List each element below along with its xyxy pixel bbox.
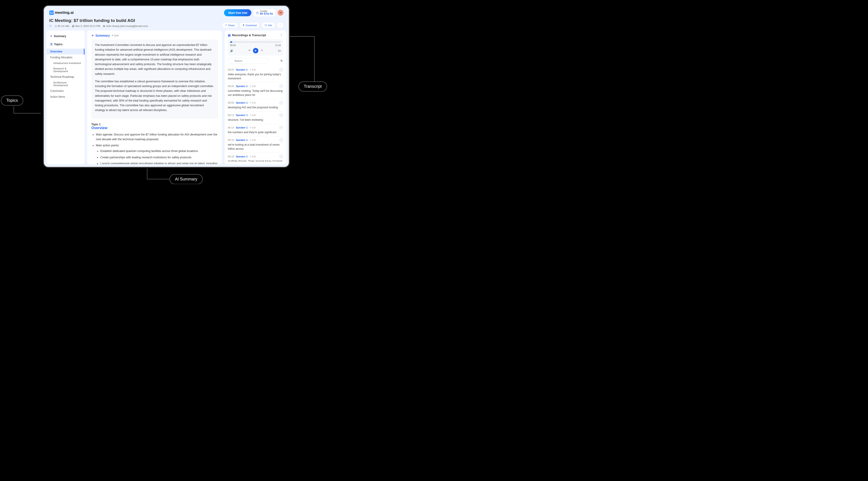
entry-play-button[interactable]	[279, 138, 283, 142]
sidebar-topics-section[interactable]: ☰ Topics	[46, 42, 85, 47]
list-item: Main agenda: Discuss and approve the $7 …	[96, 132, 218, 142]
sidebar-item[interactable]: Architecture Development	[46, 80, 85, 88]
date: ▦Nov 3, 2024 19:11 PM	[72, 24, 100, 28]
transcript-entry[interactable]: 00:01Speaker 1✎ EditHello everyone, than…	[228, 66, 283, 83]
transcript-panel: ▤ Recordings & Transcript ⋮ 00:00 12:34 …	[225, 31, 286, 164]
entry-play-button[interactable]	[279, 155, 283, 158]
entry-edit-button[interactable]: ✎ Edit	[250, 85, 256, 88]
calendar-icon: ▦	[72, 24, 74, 28]
entry-edit-button[interactable]: ✎ Edit	[250, 139, 256, 141]
entry-play-button[interactable]	[279, 68, 283, 71]
transcript-entry[interactable]: 00:12Speaker 1✎ Editstructure. I've been…	[228, 112, 283, 124]
entry-text: developing AGI and the proposed funding	[228, 106, 283, 110]
sidebar-summary-section[interactable]: ✦ Summary	[46, 34, 85, 39]
brand-name: meeting.ai	[55, 10, 74, 15]
transcript-entry[interactable]: 00:09Speaker 1✎ Editdeveloping AGI and t…	[228, 99, 283, 112]
sidebar-item[interactable]: Conclusion	[46, 88, 85, 94]
rewind-icon[interactable]: ↶	[248, 49, 251, 52]
entry-edit-button[interactable]: ✎ Edit	[250, 101, 256, 104]
topic-number: Topic 1	[91, 123, 218, 126]
entry-play-button[interactable]	[279, 84, 283, 88]
topic-title: Overview	[91, 126, 218, 130]
meeting-meta: ⚇ ◷0h 1m 44s ▦Nov 3, 2024 19:11 PM ◉John…	[49, 24, 148, 28]
participants-icon: ⚇	[49, 24, 52, 28]
entry-play-button[interactable]	[279, 113, 283, 117]
entry-time: 00:15	[228, 139, 234, 141]
transcript-more-button[interactable]: ⋮	[280, 33, 283, 37]
main-header: ✦ Summary ✎ Edit	[91, 34, 218, 37]
logo-icon	[49, 10, 54, 15]
sidebar-item[interactable]: Funding Allocation	[46, 55, 85, 60]
transcript-entry[interactable]: 00:18Speaker 1✎ Editmultiple phases. Doe…	[228, 153, 283, 161]
entry-play-button[interactable]	[279, 101, 283, 104]
list-item: Establish dedicated quantum computing fa…	[100, 149, 218, 154]
entry-text: the numbers and they're quite significan…	[228, 130, 283, 134]
summary-box: The Investment Committee convened to dis…	[91, 39, 218, 119]
download-button[interactable]: ⬇Download	[240, 22, 260, 28]
edit-summary-button[interactable]: ✎ Edit	[112, 34, 119, 37]
transcript-entry[interactable]: 00:05Speaker 1✎ Editcommittee meeting. T…	[228, 83, 283, 99]
summary-title: ✦ Summary	[91, 34, 110, 37]
sidebar-item[interactable]: Research & Development	[46, 66, 85, 74]
entry-time: 00:12	[228, 114, 234, 117]
sparkle-icon: ✦	[91, 34, 94, 37]
entry-speaker: Speaker 1	[236, 85, 248, 88]
edit-transcript-button[interactable]: ✎	[280, 59, 283, 63]
share-icon: ↗	[225, 24, 227, 27]
callout-transcript: Transcript	[298, 82, 327, 92]
player-controls: 🔊 ↶ ↷ 1x	[230, 48, 281, 53]
entry-time: 00:09	[228, 101, 234, 104]
entry-speaker: Speaker 1	[236, 126, 248, 129]
search-row: ✎	[228, 58, 283, 64]
entry-text: multiple phases. Does anyone have concer…	[228, 159, 283, 161]
transcript-header: ▤ Recordings & Transcript ⋮	[228, 33, 283, 37]
list-item: Launch comprehensive global recruitment …	[100, 161, 218, 164]
volume-icon[interactable]: 🔊	[230, 49, 234, 52]
share-button[interactable]: ↗Share	[222, 22, 238, 28]
entry-speaker: Speaker 1	[236, 101, 248, 104]
sidebar-item[interactable]: Action Items	[46, 94, 85, 100]
transcript-list: 00:01Speaker 1✎ EditHello everyone, than…	[228, 66, 283, 161]
entry-edit-button[interactable]: ✎ Edit	[250, 68, 256, 71]
play-button[interactable]	[253, 48, 258, 53]
avatar[interactable]: H	[278, 10, 283, 16]
more-button[interactable]: ⋮	[277, 22, 283, 28]
header: meeting.ai Start free trial ◷ Credits: 9…	[44, 6, 289, 16]
credits-value: 9h 57m 5s	[260, 12, 273, 16]
sidebar-item[interactable]: Overview	[46, 49, 85, 55]
subheader: IC Meeting: $7 trillion funding to build…	[44, 16, 289, 31]
forward-icon[interactable]: ↷	[260, 49, 263, 52]
entry-edit-button[interactable]: ✎ Edit	[250, 114, 256, 117]
entry-time: 00:18	[228, 155, 234, 158]
entry-edit-button[interactable]: ✎ Edit	[250, 155, 256, 158]
sidebar-item[interactable]: Infrastructure Investment	[46, 60, 85, 66]
meeting-title: IC Meeting: $7 trillion funding to build…	[49, 18, 148, 23]
info-button[interactable]: ⓘInfo	[261, 22, 275, 28]
pencil-icon: ✎	[112, 34, 114, 37]
credits-badge[interactable]: ◷ Credits: 9h 57m 5s	[254, 9, 275, 16]
speed-button[interactable]: 1x	[278, 49, 281, 52]
main-panel: ✦ Summary ✎ Edit The Investment Committe…	[87, 31, 222, 164]
subheader-actions: ↗Share ⬇Download ⓘInfo ⋮	[222, 22, 283, 28]
list-icon: ☰	[50, 43, 53, 46]
start-trial-button[interactable]: Start free trial	[224, 9, 251, 16]
sidebar-item[interactable]: Technical Roadmap	[46, 74, 85, 80]
logo: meeting.ai	[49, 10, 74, 15]
entry-play-button[interactable]	[279, 126, 283, 129]
clock-icon: ◷	[256, 11, 258, 14]
svg-marker-0	[255, 50, 256, 52]
kebab-icon: ⋮	[279, 24, 281, 27]
callout-ai-summary: AI Summary	[169, 174, 203, 184]
transcript-entry[interactable]: 00:15Speaker 1✎ Editwe're looking at a t…	[228, 137, 283, 153]
search-input[interactable]	[228, 58, 269, 64]
entry-text: we're looking at a total investment of s…	[228, 143, 283, 151]
app-frame: meeting.ai Start free trial ◷ Credits: 9…	[43, 5, 290, 168]
topic-bullets: Main agenda: Discuss and approve the $7 …	[91, 132, 218, 164]
download-icon: ⬇	[243, 24, 245, 27]
entry-speaker: Speaker 1	[236, 139, 248, 141]
entry-edit-button[interactable]: ✎ Edit	[250, 126, 256, 129]
content: ✦ Summary ☰ Topics OverviewFunding Alloc…	[44, 31, 289, 167]
progress-bar[interactable]	[230, 41, 281, 43]
summary-paragraph: The committee has established a robust g…	[95, 79, 214, 113]
transcript-entry[interactable]: 00:13Speaker 1✎ Editthe numbers and they…	[228, 124, 283, 137]
